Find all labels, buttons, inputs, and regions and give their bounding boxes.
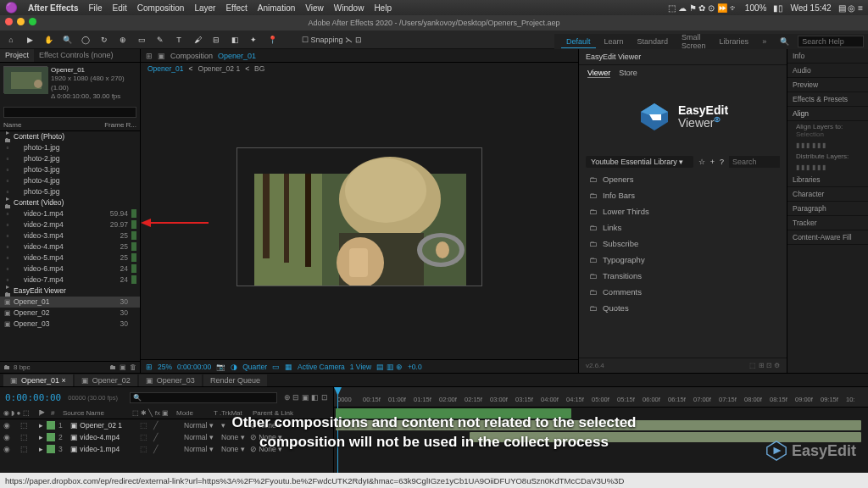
library-dropdown[interactable]: Youtube Essential Library ▾ xyxy=(586,156,693,168)
brush-tool-icon[interactable]: 🖌 xyxy=(192,34,203,46)
tree-comp[interactable]: ▣Opener_0330 xyxy=(0,319,140,330)
timeline-ruler[interactable]: 000000:15f01:00f01:15f02:00f02:15f03:00f… xyxy=(334,387,868,408)
menu-view[interactable]: View xyxy=(305,3,324,13)
menu-edit[interactable]: Edit xyxy=(113,3,127,13)
new-comp-icon[interactable]: ▣ xyxy=(120,363,126,371)
plugin-tab-store[interactable]: Store xyxy=(619,69,637,78)
distribute-buttons[interactable]: ▮ ▮ ▮ ▮ ▮ ▮ xyxy=(787,162,868,173)
orbit-tool-icon[interactable]: ◯ xyxy=(80,34,92,46)
stamp-tool-icon[interactable]: ⊟ xyxy=(210,34,222,46)
panel-paragraph[interactable]: Paragraph xyxy=(787,202,868,216)
shape-tool-icon[interactable]: ▭ xyxy=(136,34,147,46)
snapshot-icon[interactable]: 📷 xyxy=(216,363,225,371)
ws-standard[interactable]: Standard xyxy=(632,36,674,47)
panel-audio[interactable]: Audio xyxy=(787,64,868,78)
breadcrumb-0[interactable]: Opener_01 xyxy=(147,64,184,73)
category-item[interactable]: 🗀Transitions xyxy=(579,268,787,284)
tree-item[interactable]: ▫photo-3.jpg xyxy=(0,164,140,175)
menu-effect[interactable]: Effect xyxy=(225,3,247,13)
menu-window[interactable]: Window xyxy=(334,3,364,13)
timeline-tab[interactable]: Render Queue xyxy=(203,374,267,386)
tree-item[interactable]: ▫video-2.mp429.97 xyxy=(0,219,140,230)
panel-tracker[interactable]: Tracker xyxy=(787,216,868,230)
roto-tool-icon[interactable]: ✦ xyxy=(248,34,259,46)
tree-item[interactable]: ▫photo-1.jpg xyxy=(0,142,140,153)
category-item[interactable]: 🗀Quotes xyxy=(579,300,787,316)
tree-folder[interactable]: ▸ 🖿Content (Photo) xyxy=(0,131,140,142)
tree-comp[interactable]: ▣Opener_0230 xyxy=(0,308,140,319)
category-item[interactable]: 🗀Links xyxy=(579,219,787,236)
help-icon[interactable]: ? xyxy=(720,158,724,166)
menu-help[interactable]: Help xyxy=(374,3,392,13)
ws-default[interactable]: Default xyxy=(561,36,596,48)
resolution-dd[interactable]: Quarter xyxy=(242,363,267,371)
tree-item[interactable]: ▫video-1.mp459.94 xyxy=(0,208,140,219)
new-folder-icon[interactable]: 🖿 xyxy=(109,363,116,371)
category-item[interactable]: 🗀Typography xyxy=(579,252,787,268)
align-buttons[interactable]: ▮ ▮ ▮ ▮ ▮ ▮ xyxy=(787,140,868,151)
transparency-icon[interactable]: ▦ xyxy=(285,363,292,371)
zoom-level[interactable]: 25% xyxy=(158,363,172,371)
grid-icon[interactable]: ⊞ xyxy=(146,363,153,371)
timeline-clip[interactable] xyxy=(336,420,861,430)
region-icon[interactable]: ▭ xyxy=(272,363,280,371)
menu-animation[interactable]: Animation xyxy=(258,3,295,13)
tree-item[interactable]: ▫photo-2.jpg xyxy=(0,153,140,164)
timeline-timecode[interactable]: 0:00:00:00 xyxy=(5,392,61,403)
ws-libraries[interactable]: Libraries xyxy=(715,36,754,47)
search-help-input[interactable] xyxy=(798,36,864,47)
menu-layer[interactable]: Layer xyxy=(194,3,215,13)
timeline-tab[interactable]: ▣ Opener_02 xyxy=(75,374,137,386)
eraser-tool-icon[interactable]: ◧ xyxy=(229,34,241,46)
tree-item[interactable]: ▫video-4.mp425 xyxy=(0,241,140,252)
panel-preview[interactable]: Preview xyxy=(787,78,868,92)
pen-tool-icon[interactable]: ✎ xyxy=(154,34,166,46)
timeline-tab[interactable]: ▣ Opener_01 × xyxy=(3,374,73,386)
selection-tool-icon[interactable]: ▶ xyxy=(24,34,36,46)
panel-libraries[interactable]: Libraries xyxy=(787,173,868,187)
col-framerate[interactable]: Frame R... xyxy=(104,121,136,129)
category-item[interactable]: 🗀Openers xyxy=(579,171,787,187)
col-name[interactable]: Name xyxy=(3,121,104,129)
tree-item[interactable]: ▫video-3.mp425 xyxy=(0,230,140,241)
ws-learn[interactable]: Learn xyxy=(599,36,629,47)
category-item[interactable]: 🗀Info Bars xyxy=(579,187,787,203)
home-icon[interactable]: ⌂ xyxy=(5,34,17,46)
tab-effect-controls[interactable]: Effect Controls (none) xyxy=(34,49,118,62)
category-item[interactable]: 🗀Lower Thirds xyxy=(579,203,787,219)
ws-more-icon[interactable]: » xyxy=(757,36,771,47)
comp-name[interactable]: Opener_01 xyxy=(218,52,256,60)
timeline-search-input[interactable] xyxy=(130,392,277,403)
project-search-input[interactable] xyxy=(3,107,136,118)
breadcrumb-1[interactable]: Opener_02 1 xyxy=(198,64,241,73)
puppet-tool-icon[interactable]: 📍 xyxy=(266,34,278,46)
plugin-tab-viewer[interactable]: Viewer xyxy=(587,69,610,78)
channel-icon[interactable]: ◑ xyxy=(231,363,237,371)
tree-folder[interactable]: ▸ 🖿EasyEdit Viewer xyxy=(0,286,140,297)
panel-character[interactable]: Character xyxy=(787,187,868,202)
panel-info[interactable]: Info xyxy=(787,49,868,64)
rotate-tool-icon[interactable]: ↻ xyxy=(98,34,110,46)
text-tool-icon[interactable]: T xyxy=(173,34,185,46)
add-icon[interactable]: + xyxy=(710,158,715,166)
timeline-tab[interactable]: ▣ Opener_03 xyxy=(139,374,202,386)
breadcrumb-2[interactable]: BG xyxy=(254,64,264,73)
category-item[interactable]: 🗀Subscribe xyxy=(579,236,787,252)
view-dd[interactable]: 1 View xyxy=(350,363,371,371)
menu-file[interactable]: File xyxy=(88,3,102,13)
composition-viewer[interactable] xyxy=(236,147,482,286)
hand-tool-icon[interactable]: ✋ xyxy=(42,34,54,46)
anchor-tool-icon[interactable]: ⊕ xyxy=(117,34,129,46)
tree-item[interactable]: ▫video-5.mp425 xyxy=(0,252,140,263)
project-tree[interactable]: ▸ 🖿Content (Photo)▫photo-1.jpg▫photo-2.j… xyxy=(0,131,140,361)
layer-row[interactable]: ◉ ⬚▸3▣ video-1.mp4⬚ ╱ Normal ▾None ▾⊘ No… xyxy=(0,443,333,455)
panel-contentaware[interactable]: Content-Aware Fill xyxy=(787,230,868,245)
flow-icon[interactable]: ⊞ xyxy=(146,52,153,60)
bpc-toggle[interactable]: 8 bpc xyxy=(14,363,31,371)
view-opts-icon[interactable]: ▤ ▥ ⊕ xyxy=(376,363,403,371)
camera-dd[interactable]: Active Camera xyxy=(298,363,345,371)
fav-icon[interactable]: ☆ xyxy=(698,158,705,166)
tree-comp[interactable]: ▣Opener_0130 xyxy=(0,297,140,308)
plugin-search-input[interactable] xyxy=(729,156,780,168)
traffic-lights[interactable] xyxy=(5,18,36,25)
